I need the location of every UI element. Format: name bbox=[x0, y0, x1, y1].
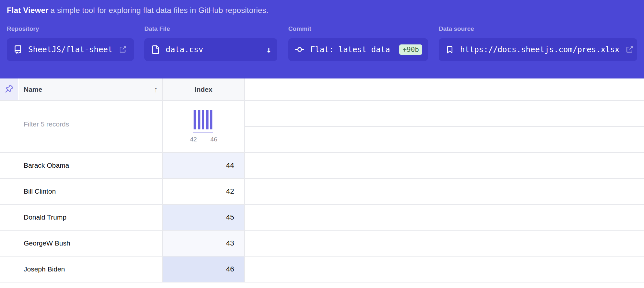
index-cell: 45 bbox=[163, 205, 244, 230]
topbar: Flat Viewera simple tool for exploring f… bbox=[0, 0, 644, 78]
grid-line bbox=[0, 152, 644, 153]
histogram-range-labels: 42 46 bbox=[190, 136, 217, 143]
repo-icon bbox=[14, 45, 22, 54]
filter-input[interactable] bbox=[23, 117, 154, 132]
commit-message: Flat: latest data bbox=[310, 45, 390, 54]
name-cell: GeorgeW Bush bbox=[0, 231, 162, 256]
flat-viewer-app: Flat Viewera simple tool for exploring f… bbox=[0, 0, 644, 288]
name-cell: Joseph Biden bbox=[0, 257, 162, 282]
repository-button[interactable]: SheetJS/flat-sheet bbox=[7, 38, 134, 61]
grid-line bbox=[0, 178, 644, 179]
name-cell: Barack Obama bbox=[0, 153, 162, 178]
app-title: Flat Viewer bbox=[7, 6, 48, 15]
histogram-range-underline bbox=[193, 132, 213, 133]
data-file-value: data.csv bbox=[166, 45, 203, 54]
histogram-bar bbox=[198, 110, 200, 129]
data-file-button[interactable]: data.csv ↓ bbox=[144, 38, 277, 61]
column-header-index-label: Index bbox=[195, 86, 212, 93]
pin-column-header[interactable] bbox=[0, 78, 18, 100]
external-link-icon bbox=[626, 46, 633, 54]
sort-ascending-icon: ↑ bbox=[154, 85, 158, 94]
column-header-name[interactable]: Name ↑ bbox=[19, 78, 162, 100]
commit-button[interactable]: Flat: latest data +90b bbox=[288, 38, 428, 61]
data-file-section: Data File data.csv ↓ bbox=[144, 25, 277, 61]
column-header-index[interactable]: Index bbox=[163, 78, 244, 100]
chevron-down-icon: ↓ bbox=[266, 45, 271, 54]
index-cell: 43 bbox=[163, 231, 244, 256]
repository-value: SheetJS/flat-sheet bbox=[28, 45, 113, 54]
column-header-name-label: Name bbox=[24, 86, 42, 93]
grid-line bbox=[0, 282, 644, 282]
histogram-bar bbox=[202, 110, 204, 129]
git-commit-icon bbox=[295, 45, 304, 54]
diff-badge: +90b bbox=[399, 44, 422, 55]
file-icon bbox=[151, 45, 160, 54]
data-file-label: Data File bbox=[144, 25, 277, 32]
app-subtitle: a simple tool for exploring flat data fi… bbox=[50, 6, 268, 15]
commit-label: Commit bbox=[288, 25, 428, 32]
histogram-max-label: 46 bbox=[210, 136, 217, 143]
histogram-bar bbox=[206, 110, 209, 129]
index-cell: 46 bbox=[163, 257, 244, 282]
page-title: Flat Viewera simple tool for exploring f… bbox=[7, 6, 268, 15]
data-source-button[interactable]: https://docs.sheetjs.com/pres.xlsx bbox=[439, 38, 637, 61]
grid-line bbox=[245, 126, 644, 127]
grid-line bbox=[244, 78, 245, 282]
grid-line bbox=[0, 230, 644, 231]
grid-line bbox=[0, 204, 644, 205]
index-cell: 44 bbox=[163, 153, 244, 178]
grid-line bbox=[0, 100, 644, 101]
repository-section: Repository SheetJS/flat-sheet bbox=[7, 25, 134, 61]
repository-label: Repository bbox=[7, 25, 134, 32]
index-cell: 42 bbox=[163, 179, 244, 204]
histogram-bar bbox=[194, 110, 196, 129]
index-histogram: 42 46 bbox=[194, 110, 212, 129]
histogram-bars bbox=[194, 110, 212, 129]
pin-icon bbox=[5, 85, 13, 94]
data-source-url: https://docs.sheetjs.com/pres.xlsx bbox=[460, 45, 619, 54]
grid-line bbox=[0, 256, 644, 257]
bookmark-icon bbox=[446, 45, 454, 54]
histogram-min-label: 42 bbox=[190, 136, 197, 143]
commit-section: Commit Flat: latest data +90b bbox=[288, 25, 428, 61]
data-source-section: Data source https://docs.sheetjs.com/pre… bbox=[439, 25, 637, 61]
data-grid: Name ↑ Index 42 46 Barack Obama44Bill Cl… bbox=[0, 78, 644, 288]
external-link-icon bbox=[119, 46, 126, 54]
name-cell: Bill Clinton bbox=[0, 179, 162, 204]
grid-line bbox=[162, 78, 163, 282]
name-cell: Donald Trump bbox=[0, 205, 162, 230]
data-source-label: Data source bbox=[439, 25, 637, 32]
histogram-bar bbox=[210, 110, 212, 129]
